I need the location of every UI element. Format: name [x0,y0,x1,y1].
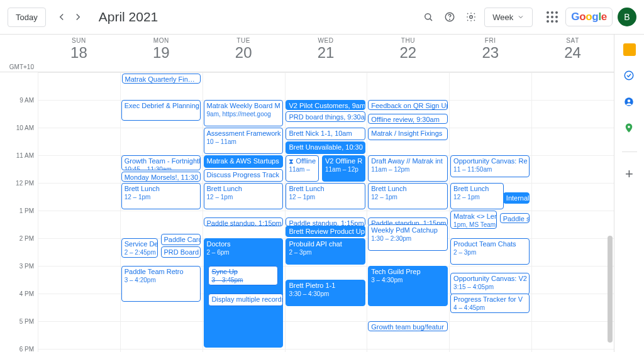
calendar-event[interactable]: PRD board things, 9:30am [286,111,365,123]
view-selector[interactable]: Week [484,8,533,27]
google-logo: Google [565,8,613,26]
calendar-event[interactable]: Matrak & AWS Startups [204,155,283,168]
svg-line-1 [430,19,432,21]
calendar-event[interactable]: Draft Away // Matrak int11am – 12pm [368,155,447,182]
keep-icon[interactable] [623,43,636,56]
hour-label: 9 AM [19,97,34,104]
hour-label: 11 AM [16,152,34,159]
day-number: 19 [120,44,203,62]
calendar-event[interactable]: Growth team bug/featur [368,321,447,331]
calendar-event[interactable]: V2 Pilot Customers, 9am [286,100,365,110]
svg-point-0 [425,14,431,19]
day-number: 23 [449,44,531,62]
apps-icon[interactable] [544,9,560,25]
calendar-event[interactable]: Brett Lunch12 – 1pm [121,183,201,209]
calendar-event[interactable]: Brett Unavailable, 10:30 [286,141,365,154]
next-week-button[interactable] [70,9,86,25]
day-of-week: WED [285,37,367,44]
calendar-event[interactable]: Weekly PdM Catchup1:30 – 2:30pm [368,224,447,251]
calendar-event[interactable]: Assessment Framework10 – 11am [204,128,283,154]
calendar-event[interactable]: Offline review, 9:30am [368,114,447,124]
day-number: 18 [38,44,120,62]
calendar-event[interactable]: Probuild API chat2 – 3pm [286,238,365,265]
settings-icon[interactable] [463,9,479,25]
scrollbar[interactable] [608,236,613,343]
day-of-week: SAT [531,37,614,44]
calendar-event[interactable]: PRD Board R [161,246,201,258]
calendar-event[interactable]: Opportunity Canvas: V23:15 – 4:05pm [450,273,530,295]
maps-icon[interactable] [623,123,636,135]
calendar-event[interactable]: Paddle Cards [161,234,201,245]
tasks-icon[interactable] [623,70,636,82]
calendar-event[interactable]: ⧗ Offline11am – [286,155,319,182]
calendar-event[interactable]: Brett Lunch12 – 1pm [450,183,503,209]
add-addon-icon[interactable]: + [621,166,638,182]
day-header[interactable]: MON19 [120,35,203,72]
calendar-event[interactable]: Brett Pietro 1-13:30 – 4:30pm [286,280,365,306]
day-of-week: THU [367,37,449,44]
chevron-down-icon [517,13,525,21]
day-header[interactable]: TUE20 [203,35,285,72]
account-avatar[interactable]: B [618,8,636,26]
svg-point-5 [625,71,633,80]
hour-label: 3 PM [19,263,34,270]
calendar-event[interactable]: Internal Pre [503,192,530,204]
today-button[interactable]: Today [8,8,46,27]
hour-label: 1 PM [19,207,34,214]
calendar-event[interactable]: Progress Tracker for V4 – 4:45pm [450,294,530,313]
day-number: 21 [285,44,367,62]
hour-label: 6 PM [19,346,34,353]
calendar-event[interactable]: Paddle standup, 1:15pm [286,217,365,226]
allday-event[interactable]: Matrak Quarterly Financial [122,74,201,84]
calendar-event[interactable]: Brett Lunch12 – 1pm [286,183,365,209]
calendar-event[interactable]: Growth Team - Fortnightly10:45 – 11:30am [121,155,201,170]
hour-label: 2 PM [19,235,34,242]
hour-label: 4 PM [19,290,34,297]
calendar-event[interactable]: Brett Nick 1-1, 10am [286,128,365,140]
svg-point-8 [628,126,630,128]
calendar-event[interactable]: Paddle Team Retro3 – 4:20pm [121,266,201,302]
search-icon[interactable] [420,9,436,25]
calendar-event[interactable]: Brett Lunch12 – 1pm [368,183,447,209]
calendar-event[interactable]: Discuss Progress Track [204,169,283,182]
calendar-event[interactable]: Exec Debrief & Planning [121,100,201,121]
calendar-event[interactable]: Monday Morsels!, 11:30 [121,172,201,182]
svg-point-3 [450,19,450,19]
day-of-week: TUE [203,37,285,44]
day-header[interactable]: FRI23 [449,35,531,72]
calendar-event[interactable]: Sync Up3 – 3:45pm [208,266,278,285]
calendar-event[interactable]: Product Team Chats2 – 3pm [450,238,530,265]
day-header[interactable]: SUN18 [38,35,120,72]
day-of-week: SUN [38,37,120,44]
calendar-event[interactable]: Matrak Weekly Board M9am, https://meet.g… [204,100,283,126]
calendar-event[interactable]: Paddle standup, 1:15pm [204,217,283,226]
calendar-event[interactable]: Doctors2 – 6pm [204,238,283,348]
calendar-event[interactable]: Tech Guild Prep3 – 4:30pm [368,266,447,306]
help-icon[interactable] [441,9,458,25]
prev-week-button[interactable] [53,9,70,25]
svg-point-4 [470,16,473,19]
day-header[interactable]: SAT24 [531,35,614,72]
calendar-event[interactable]: Feedback on QR Sign Up, [368,100,447,110]
timezone-label: GMT+10 [0,35,38,72]
calendar-event[interactable]: Matrak <> Lendlease1pm, MS Teams (dia [450,211,497,229]
current-month: April 2021 [99,9,158,25]
day-number: 22 [367,44,449,62]
calendar-event[interactable]: Opportunity Canvas: Re11 – 11:50am [450,155,530,177]
calendar-event[interactable]: Display multiple records [208,294,282,306]
calendar-event[interactable]: Service Delivery2 – 2:45pm [121,238,158,258]
calendar-event[interactable]: Brett Lunch12 – 1pm [204,183,283,209]
contacts-icon[interactable] [623,96,636,109]
calendar-event[interactable]: Matrak / Insight Fixings [368,128,447,140]
hour-label: 5 PM [19,318,34,325]
hour-label: 10 AM [16,124,34,131]
day-of-week: FRI [449,37,531,44]
day-of-week: MON [120,37,203,44]
view-label: Week [492,13,513,22]
day-header[interactable]: THU22 [367,35,449,72]
calendar-event[interactable]: Brett Review Product Up [286,226,365,237]
calendar-event[interactable]: Paddle stan [500,213,530,223]
calendar-event[interactable]: V2 Offline R11am – 12p [322,155,365,182]
day-number: 20 [203,44,285,62]
day-header[interactable]: WED21 [285,35,367,72]
